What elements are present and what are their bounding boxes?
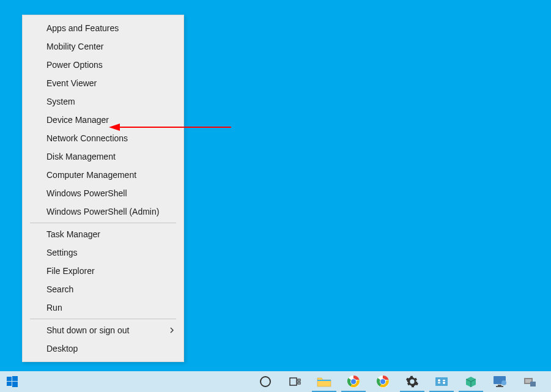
menu-divider <box>30 319 176 319</box>
menu-item-windows-powershell-admin[interactable]: Windows PowerShell (Admin) <box>23 202 183 221</box>
task-view-button[interactable] <box>280 371 309 392</box>
svg-point-18 <box>438 379 440 382</box>
menu-item-label: Disk Management <box>46 152 116 161</box>
menu-item-label: Event Viewer <box>46 78 97 88</box>
svg-rect-4 <box>7 382 12 386</box>
menu-item-run[interactable]: Run <box>23 298 183 317</box>
svg-rect-23 <box>498 385 501 386</box>
menu-item-apps-and-features[interactable]: Apps and Features <box>23 19 183 37</box>
menu-item-label: Windows PowerShell <box>46 188 127 198</box>
windows-logo-icon <box>7 376 18 387</box>
menu-item-mobility-center[interactable]: Mobility Center <box>23 37 183 56</box>
svg-point-6 <box>261 377 270 386</box>
start-button[interactable] <box>0 371 24 392</box>
menu-item-windows-powershell[interactable]: Windows PowerShell <box>23 184 183 202</box>
menu-item-desktop[interactable]: Desktop <box>23 339 183 358</box>
svg-rect-17 <box>435 377 448 386</box>
chevron-right-icon <box>169 327 175 333</box>
menu-item-computer-management[interactable]: Computer Management <box>23 166 183 184</box>
winx-context-menu: Apps and Features Mobility Center Power … <box>22 15 184 362</box>
taskbar <box>0 371 551 392</box>
control-panel-taskbar[interactable] <box>427 371 456 392</box>
menu-item-system[interactable]: System <box>23 92 183 111</box>
menu-item-power-options[interactable]: Power Options <box>23 56 183 74</box>
menu-item-label: Search <box>46 284 73 294</box>
menu-item-device-manager[interactable]: Device Manager <box>23 111 183 129</box>
svg-point-19 <box>443 382 445 384</box>
chrome-icon <box>376 375 390 388</box>
chrome-icon <box>347 375 360 388</box>
menu-item-label: Mobility Center <box>46 42 103 51</box>
svg-rect-3 <box>12 376 18 381</box>
svg-point-16 <box>380 379 385 384</box>
svg-rect-9 <box>298 382 300 384</box>
menu-item-event-viewer[interactable]: Event Viewer <box>23 74 183 92</box>
menu-item-label: Network Connections <box>46 133 128 143</box>
programs-and-features-taskbar[interactable] <box>456 371 486 392</box>
menu-divider <box>30 223 176 223</box>
svg-rect-24 <box>496 386 503 387</box>
svg-point-13 <box>351 379 356 384</box>
svg-rect-5 <box>12 382 18 387</box>
menu-item-label: File Explorer <box>46 266 95 276</box>
box-icon <box>464 375 478 388</box>
gear-icon <box>405 375 419 388</box>
svg-rect-21 <box>443 380 445 381</box>
menu-item-task-manager[interactable]: Task Manager <box>23 225 183 243</box>
svg-rect-28 <box>530 382 536 386</box>
generic-app-taskbar[interactable] <box>515 371 544 392</box>
menu-item-label: Settings <box>46 248 78 257</box>
menu-item-shut-down-or-sign-out[interactable]: Shut down or sign out <box>23 321 183 339</box>
menu-item-search[interactable]: Search <box>23 280 183 298</box>
menu-item-label: Desktop <box>46 344 78 353</box>
svg-rect-10 <box>317 380 331 381</box>
menu-group-3: Shut down or sign out Desktop <box>23 321 183 358</box>
menu-item-settings[interactable]: Settings <box>23 243 183 262</box>
menu-item-label: Shut down or sign out <box>46 325 129 335</box>
control-panel-icon <box>435 375 448 388</box>
task-view-icon <box>288 375 301 388</box>
menu-item-file-explorer[interactable]: File Explorer <box>23 262 183 280</box>
hardware-icon <box>523 375 536 388</box>
virtual-box-taskbar[interactable] <box>486 371 515 392</box>
cortana-circle-icon <box>259 375 272 388</box>
svg-rect-8 <box>298 379 300 381</box>
menu-item-label: Task Manager <box>46 229 100 239</box>
menu-item-label: Device Manager <box>46 115 109 125</box>
folder-icon <box>317 375 331 388</box>
svg-rect-7 <box>290 378 297 385</box>
menu-item-label: Apps and Features <box>46 23 119 33</box>
menu-item-disk-management[interactable]: Disk Management <box>23 147 183 166</box>
settings-taskbar[interactable] <box>398 371 427 392</box>
file-explorer-taskbar[interactable] <box>309 371 339 392</box>
menu-item-label: Power Options <box>46 60 103 70</box>
monitor-icon <box>493 375 508 388</box>
svg-rect-2 <box>7 377 12 381</box>
svg-rect-20 <box>438 382 440 383</box>
menu-group-1: Apps and Features Mobility Center Power … <box>23 19 183 221</box>
menu-item-label: Run <box>46 303 62 312</box>
menu-item-label: Computer Management <box>46 170 136 180</box>
menu-item-network-connections[interactable]: Network Connections <box>23 129 183 147</box>
chrome-taskbar-2[interactable] <box>368 371 398 392</box>
menu-group-2: Task Manager Settings File Explorer Sear… <box>23 225 183 317</box>
chrome-taskbar-1[interactable] <box>339 371 368 392</box>
menu-item-label: System <box>46 97 75 106</box>
cortana-search-button[interactable] <box>251 371 280 392</box>
menu-item-label: Windows PowerShell (Admin) <box>46 207 159 216</box>
svg-point-25 <box>501 380 506 385</box>
